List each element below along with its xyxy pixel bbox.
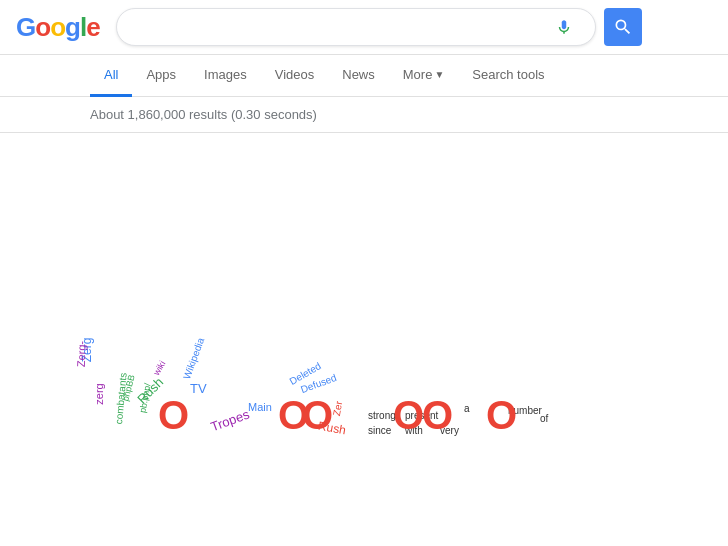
scattered-word: a [464, 403, 470, 414]
scattered-word: since [368, 425, 391, 436]
tab-all[interactable]: All [90, 55, 132, 97]
zerg-rush-area: zergRushTVTropesMainRushstrongpresentsin… [0, 313, 728, 546]
scattered-word: Main [248, 401, 272, 413]
search-tabs: All Apps Images Videos News More ▼ Searc… [0, 55, 728, 97]
tab-apps[interactable]: Apps [132, 55, 190, 97]
header: Google zerg rush [0, 0, 728, 55]
main-content: zergRushTVTropesMainRushstrongpresentsin… [0, 133, 728, 546]
mic-button[interactable] [547, 15, 581, 39]
search-box: zerg rush [116, 8, 596, 46]
scattered-word: strong [368, 410, 396, 421]
search-input[interactable]: zerg rush [131, 18, 547, 36]
zergling-o-2: O [302, 393, 333, 438]
search-icon [613, 17, 633, 37]
scattered-word: Tropes [209, 407, 252, 435]
results-info: About 1,860,000 results (0.30 seconds) [0, 97, 728, 133]
scattered-word: TV [190, 381, 207, 396]
google-logo: Google [16, 12, 100, 43]
search-button[interactable] [604, 8, 642, 46]
zergling-o-5: O [486, 393, 517, 438]
tab-images[interactable]: Images [190, 55, 261, 97]
zergling-o-0: O [158, 393, 189, 438]
scattered-word: zerg [93, 383, 105, 404]
extra-word-8: Zer [331, 400, 344, 417]
zergling-o-3: O [393, 393, 424, 438]
chevron-down-icon: ▼ [434, 69, 444, 80]
tab-more[interactable]: More ▼ [389, 55, 459, 97]
extra-word-2: Wikipedia [181, 336, 206, 381]
mic-icon [555, 15, 573, 39]
zergling-o-4: O [422, 393, 453, 438]
tab-videos[interactable]: Videos [261, 55, 329, 97]
tab-news[interactable]: News [328, 55, 389, 97]
extra-word-9: Zerg- [75, 341, 88, 368]
tab-search-tools[interactable]: Search tools [458, 55, 558, 97]
scattered-word: of [540, 413, 548, 424]
